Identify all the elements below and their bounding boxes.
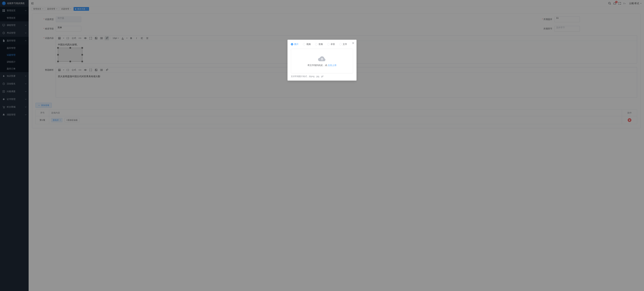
radio-file[interactable]: 文件 [339, 43, 347, 46]
cloud-upload-icon [318, 55, 326, 62]
dialog-close-button[interactable] [352, 42, 354, 44]
upload-dropzone[interactable]: 将文件拖到此处，或 点击上传 [291, 49, 353, 73]
upload-click-link[interactable]: 点击上传 [328, 64, 336, 66]
modal-overlay[interactable]: 图片 视频 音频 录音 文件 将文件拖到此处，或 点击上传 支持常规图片格式，如… [0, 0, 644, 291]
upload-dialog: 图片 视频 音频 录音 文件 将文件拖到此处，或 点击上传 支持常规图片格式，如… [288, 40, 356, 81]
radio-video[interactable]: 视频 [303, 43, 311, 46]
upload-hint: 将文件拖到此处，或 点击上传 [308, 64, 337, 67]
upload-type-radios: 图片 视频 音频 录音 文件 [291, 43, 353, 46]
radio-record[interactable]: 录音 [327, 43, 335, 46]
upload-support-text: 支持常规图片格式，如png、jpg、gif [291, 75, 353, 78]
radio-audio[interactable]: 音频 [315, 43, 323, 46]
radio-image[interactable]: 图片 [291, 43, 298, 46]
